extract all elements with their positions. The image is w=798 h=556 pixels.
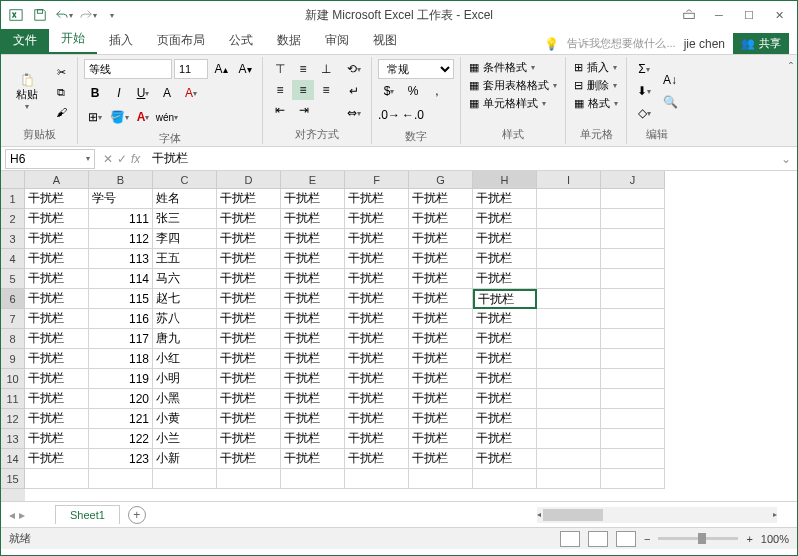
cell[interactable]: 干扰栏: [345, 269, 409, 289]
share-button[interactable]: 👥共享: [733, 33, 789, 54]
percent-icon[interactable]: %: [402, 81, 424, 101]
cell[interactable]: 干扰栏: [217, 409, 281, 429]
cell[interactable]: [601, 249, 665, 269]
cell[interactable]: 干扰栏: [409, 429, 473, 449]
cell[interactable]: 干扰栏: [217, 289, 281, 309]
font-size-combo[interactable]: [174, 59, 208, 79]
cell[interactable]: 干扰栏: [281, 369, 345, 389]
cell[interactable]: 干扰栏: [409, 389, 473, 409]
redo-icon[interactable]: ▾: [77, 4, 99, 26]
cell[interactable]: [345, 469, 409, 489]
cell[interactable]: 干扰栏: [281, 309, 345, 329]
row-header[interactable]: 9: [1, 349, 25, 369]
cell[interactable]: 116: [89, 309, 153, 329]
cell[interactable]: 干扰栏: [25, 209, 89, 229]
cell[interactable]: [537, 329, 601, 349]
cell[interactable]: 干扰栏: [25, 249, 89, 269]
undo-icon[interactable]: ▾: [53, 4, 75, 26]
cell[interactable]: [537, 309, 601, 329]
zoom-in-icon[interactable]: +: [746, 533, 752, 545]
cell[interactable]: 赵七: [153, 289, 217, 309]
row-header[interactable]: 6: [1, 289, 25, 309]
cell[interactable]: 123: [89, 449, 153, 469]
ribbon-options-icon[interactable]: [675, 5, 703, 25]
cell[interactable]: 干扰栏: [25, 229, 89, 249]
cell[interactable]: [601, 409, 665, 429]
col-header[interactable]: H: [473, 171, 537, 189]
align-center-icon[interactable]: ≡: [292, 80, 314, 100]
cell[interactable]: 干扰栏: [217, 449, 281, 469]
excel-icon[interactable]: [5, 4, 27, 26]
cell[interactable]: 干扰栏: [217, 349, 281, 369]
comma-icon[interactable]: ,: [426, 81, 448, 101]
cell[interactable]: 干扰栏: [473, 409, 537, 429]
align-right-icon[interactable]: ≡: [315, 80, 337, 100]
cell[interactable]: [601, 389, 665, 409]
cell[interactable]: [537, 389, 601, 409]
row-header[interactable]: 10: [1, 369, 25, 389]
cell[interactable]: 干扰栏: [409, 229, 473, 249]
cell[interactable]: 干扰栏: [25, 189, 89, 209]
row-header[interactable]: 4: [1, 249, 25, 269]
close-icon[interactable]: ✕: [765, 5, 793, 25]
cell[interactable]: 干扰栏: [473, 189, 537, 209]
decrease-font-icon[interactable]: A▾: [234, 59, 256, 79]
cell[interactable]: [537, 449, 601, 469]
tell-me-input[interactable]: 告诉我您想要做什么...: [567, 36, 675, 51]
cell[interactable]: 干扰栏: [473, 349, 537, 369]
cell[interactable]: 干扰栏: [409, 329, 473, 349]
sheet-tab[interactable]: Sheet1: [55, 505, 120, 524]
align-top-icon[interactable]: ⊤: [269, 59, 291, 79]
cell[interactable]: 119: [89, 369, 153, 389]
cell[interactable]: 干扰栏: [281, 429, 345, 449]
italic-icon[interactable]: I: [108, 83, 130, 103]
row-header[interactable]: 15: [1, 469, 25, 489]
cell[interactable]: 干扰栏: [281, 329, 345, 349]
cell[interactable]: 干扰栏: [217, 329, 281, 349]
cell[interactable]: 干扰栏: [25, 289, 89, 309]
insert-cells-button[interactable]: ⊞插入▾: [572, 59, 620, 76]
cell[interactable]: 117: [89, 329, 153, 349]
cell[interactable]: [537, 269, 601, 289]
cell[interactable]: 干扰栏: [473, 329, 537, 349]
row-header[interactable]: 12: [1, 409, 25, 429]
cell[interactable]: 干扰栏: [25, 409, 89, 429]
cell[interactable]: 干扰栏: [345, 369, 409, 389]
cell[interactable]: 干扰栏: [345, 449, 409, 469]
cell[interactable]: 111: [89, 209, 153, 229]
cell[interactable]: 干扰栏: [409, 189, 473, 209]
cell[interactable]: 学号: [89, 189, 153, 209]
horizontal-scrollbar[interactable]: ◂▸: [537, 507, 777, 523]
cell[interactable]: [601, 189, 665, 209]
cell[interactable]: 干扰栏: [409, 369, 473, 389]
cell[interactable]: 干扰栏: [345, 249, 409, 269]
cell[interactable]: [537, 349, 601, 369]
col-header[interactable]: C: [153, 171, 217, 189]
row-header[interactable]: 2: [1, 209, 25, 229]
cell[interactable]: 干扰栏: [281, 229, 345, 249]
number-format-combo[interactable]: 常规: [378, 59, 454, 79]
row-header[interactable]: 1: [1, 189, 25, 209]
cell[interactable]: 干扰栏: [345, 349, 409, 369]
cell[interactable]: 干扰栏: [345, 429, 409, 449]
tab-file[interactable]: 文件: [1, 27, 49, 54]
increase-indent-icon[interactable]: ⇥: [293, 100, 315, 120]
formula-input[interactable]: [148, 149, 775, 169]
cell[interactable]: [601, 209, 665, 229]
cell[interactable]: 干扰栏: [25, 269, 89, 289]
align-bottom-icon[interactable]: ⊥: [315, 59, 337, 79]
bold-icon[interactable]: B: [84, 83, 106, 103]
cell[interactable]: 干扰栏: [473, 229, 537, 249]
cell[interactable]: 小黄: [153, 409, 217, 429]
cell[interactable]: 干扰栏: [25, 329, 89, 349]
cell[interactable]: 118: [89, 349, 153, 369]
conditional-format-button[interactable]: ▦条件格式▾: [467, 59, 559, 76]
delete-cells-button[interactable]: ⊟删除▾: [572, 77, 620, 94]
tab-data[interactable]: 数据: [265, 27, 313, 54]
cell[interactable]: 姓名: [153, 189, 217, 209]
cell[interactable]: 干扰栏: [409, 289, 473, 309]
cell[interactable]: 干扰栏: [345, 309, 409, 329]
cell[interactable]: 干扰栏: [281, 249, 345, 269]
cell[interactable]: 113: [89, 249, 153, 269]
col-header[interactable]: D: [217, 171, 281, 189]
